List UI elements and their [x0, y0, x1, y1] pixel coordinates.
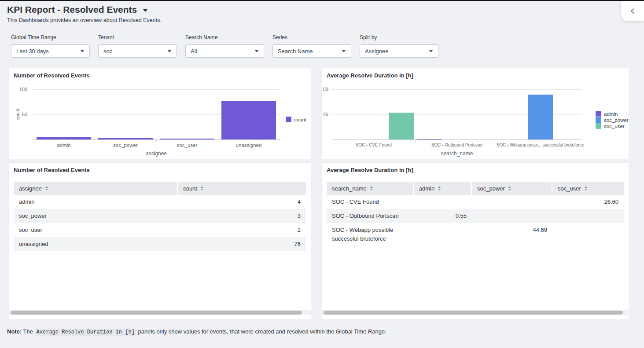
resolved-events-table: assigneecountadmin4soc_power3soc_user2un…: [14, 182, 306, 251]
filter-split-by: Split by Assignee: [360, 34, 438, 58]
sort-icon: [508, 186, 511, 190]
search-name-select[interactable]: All: [185, 44, 264, 58]
selected-value: soc: [103, 48, 112, 55]
table-row: SOC - CVE Found26.60: [327, 195, 624, 209]
horizontal-scrollbar-thumb[interactable]: [324, 311, 623, 315]
horizontal-scrollbar: [322, 310, 629, 315]
bar-count-soc_user[interactable]: [160, 139, 214, 139]
time-range-select[interactable]: Last 30 days: [11, 44, 90, 58]
x-axis-category-label: SOC - CVE Found: [356, 143, 392, 147]
panel-resolve-duration-chart: Average Resolve Duration in [h] 2550SOC …: [322, 68, 629, 159]
table-row: admin4: [14, 195, 306, 209]
x-axis-category-label: unassigned: [236, 143, 262, 148]
cell: SOC - Webapp possible successful brutefo…: [327, 223, 414, 246]
legend-swatch: [286, 117, 291, 122]
tenant-select[interactable]: soc: [98, 44, 177, 58]
column-header-label: count: [183, 185, 197, 192]
gridline-y-100: [33, 89, 280, 90]
panel-resolve-duration-table: Average Resolve Duration in [h] search_n…: [322, 163, 629, 319]
y-axis-title: count: [15, 109, 20, 121]
page-title[interactable]: KPI Report - Resolved Events: [7, 4, 162, 15]
legend-swatch: [596, 117, 601, 123]
chevron-down-icon: [167, 50, 172, 52]
cell: admin: [14, 195, 178, 209]
column-header-label: assignee: [19, 185, 42, 192]
chart-legend: count: [286, 117, 306, 123]
x-axis-tick: [582, 139, 582, 142]
bar-admin-SOC - Outbound Portscan[interactable]: [417, 139, 442, 140]
collapse-panel-button[interactable]: [621, 1, 644, 21]
column-header-label: admin: [419, 185, 434, 192]
chevron-left-icon: [630, 8, 635, 14]
bar-count-unassigned[interactable]: [221, 101, 276, 139]
column-header-admin[interactable]: admin: [414, 182, 472, 195]
panel-resolved-events-table: Number of Resolved Events assigneecounta…: [9, 163, 311, 319]
cell: [472, 195, 552, 209]
selected-value: All: [191, 48, 197, 55]
resolve-duration-table: search_nameadminsoc_powersoc_userSOC - C…: [327, 182, 624, 246]
footnote: Note: The Average Resolve Duration in [h…: [7, 328, 386, 335]
dashboard-header: KPI Report - Resolved Events This Dashbo…: [7, 4, 162, 23]
bar-soc_power-SOC - Webapp possi... successful bruteforce[interactable]: [528, 95, 553, 139]
column-header-label: soc_power: [477, 185, 505, 192]
table-header-row: search_nameadminsoc_powersoc_user: [327, 182, 624, 195]
legend-label: soc_user: [604, 124, 625, 129]
sort-icon: [585, 186, 587, 190]
chart-legend: adminsoc_powersoc_user: [596, 111, 629, 129]
filter-bar: Global Time Range Last 30 days Tenant so…: [11, 34, 438, 58]
page-title-text: KPI Report - Resolved Events: [7, 4, 137, 15]
x-axis-tick: [499, 139, 499, 142]
x-axis-category-label: soc_power: [113, 143, 138, 148]
cell: soc_user: [14, 223, 178, 237]
split-by-select[interactable]: Assignee: [360, 44, 438, 58]
x-axis-category-label: SOC - Webapp possi... successful brutefo…: [497, 143, 584, 147]
y-axis-tick-label: 50: [310, 87, 328, 92]
column-header-count[interactable]: count: [178, 182, 306, 195]
cell: [414, 223, 472, 246]
panel-title: Number of Resolved Events: [14, 72, 90, 79]
column-header-soc_power[interactable]: soc_power: [472, 182, 552, 195]
filter-label: Tenant: [98, 34, 177, 40]
cell: soc_power: [14, 209, 178, 223]
filter-label: Global Time Range: [11, 34, 90, 40]
x-axis-line: [332, 139, 582, 140]
cell: 4: [178, 195, 306, 209]
selected-value: Last 30 days: [16, 48, 49, 55]
bar-soc_user-SOC - CVE Found[interactable]: [389, 113, 414, 139]
chevron-down-icon: [342, 50, 346, 52]
bar-count-admin[interactable]: [37, 137, 91, 139]
x-axis-tick: [415, 139, 416, 142]
cell: 76: [178, 237, 306, 251]
note-text-before: The: [22, 328, 34, 335]
cell: unassigned: [14, 237, 178, 251]
note-text-after: panels only show values for events, that…: [136, 328, 386, 335]
cell: SOC - Outbound Portscan: [327, 209, 414, 223]
cell: [472, 209, 552, 223]
horizontal-scrollbar-thumb[interactable]: [11, 311, 302, 315]
y-axis-tick-label: 25: [310, 112, 328, 117]
filter-global-time-range: Global Time Range Last 30 days: [11, 34, 90, 58]
bar-count-soc_power[interactable]: [98, 138, 153, 139]
column-header-assignee[interactable]: assignee: [14, 182, 178, 195]
column-header-soc_user[interactable]: soc_user: [552, 182, 624, 195]
series-select[interactable]: Search Name: [272, 44, 351, 58]
x-axis-tick: [95, 139, 95, 142]
filter-label: Split by: [360, 34, 438, 40]
table-row: SOC - Outbound Portscan0.55: [327, 209, 624, 223]
table-header-row: assigneecount: [14, 182, 306, 195]
cell: 44.69: [472, 223, 552, 246]
x-axis-tick: [156, 139, 157, 142]
gridline-y-50: [332, 89, 582, 90]
column-header-search_name[interactable]: search_name: [327, 182, 414, 195]
cell: 0.55: [414, 209, 472, 223]
legend-label: soc_power: [604, 117, 629, 123]
filter-series: Series Search Name: [272, 34, 351, 58]
cell: [552, 209, 624, 223]
legend-item-soc_user: soc_user: [596, 123, 629, 129]
legend-item-admin: admin: [596, 111, 629, 117]
x-axis-tick: [332, 139, 332, 142]
x-axis-tick: [218, 139, 218, 142]
note-code: Average Resolve Duration in [h]: [35, 329, 136, 336]
horizontal-scrollbar: [9, 310, 311, 315]
table-row: SOC - Webapp possible successful brutefo…: [327, 223, 624, 246]
